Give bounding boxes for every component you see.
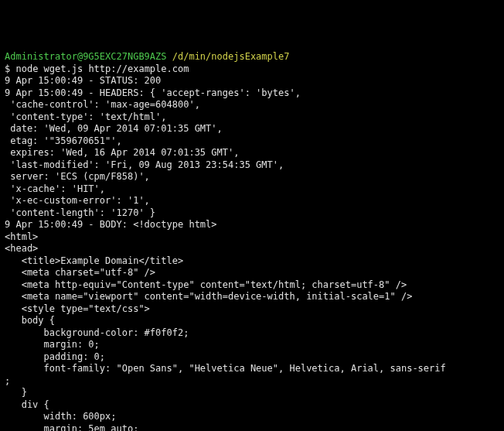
output-line: expires: 'Wed, 16 Apr 2014 07:01:35 GMT'…	[5, 147, 499, 159]
output-line: etag: '"359670651"',	[5, 135, 499, 148]
output-line: date: 'Wed, 09 Apr 2014 07:01:35 GMT',	[5, 123, 499, 135]
output-line: <meta http-equiv="Content-type" content=…	[5, 279, 499, 292]
output-line: 9 Apr 15:00:49 - STATUS: 200	[5, 75, 499, 87]
output-line: body {	[5, 315, 499, 327]
output-line: 'x-cache': 'HIT',	[5, 183, 499, 196]
output-line: <meta charset="utf-8" />	[5, 267, 499, 279]
terminal-window[interactable]: Administrator@9G5EXC27NGB9AZS /d/min/nod…	[5, 51, 499, 431]
output-line: 9 Apr 15:00:49 - HEADERS: { 'accept-rang…	[5, 87, 499, 100]
output-line: 'x-ec-custom-error': '1',	[5, 195, 499, 207]
output-line: <head>	[5, 243, 499, 255]
output-line: 'cache-control': 'max-age=604800',	[5, 99, 499, 111]
prompt-symbol: $	[5, 63, 10, 74]
output-line: padding: 0;	[5, 351, 499, 364]
output-line: <style type="text/css">	[5, 303, 499, 316]
command-text: node wget.js http://example.com	[15, 63, 189, 74]
prompt-user: Administrator@9G5EXC27NGB9AZS	[5, 51, 167, 62]
output-line: 'content-type': 'text/html',	[5, 111, 499, 124]
output-line: margin: 5em auto;	[5, 423, 499, 432]
command-line[interactable]: $ node wget.js http://example.com	[5, 63, 499, 76]
output-line: <html>	[5, 231, 499, 244]
terminal-output: 9 Apr 15:00:49 - STATUS: 2009 Apr 15:00:…	[5, 75, 499, 431]
output-line: }	[5, 387, 499, 399]
output-line: 9 Apr 15:00:49 - BODY: <!doctype html>	[5, 219, 499, 231]
output-line: margin: 0;	[5, 339, 499, 351]
output-line: ;	[5, 375, 499, 388]
prompt-line: Administrator@9G5EXC27NGB9AZS /d/min/nod…	[5, 51, 499, 63]
output-line: server: 'ECS (cpm/F858)',	[5, 171, 499, 183]
prompt-path: /d/min/nodejsExample7	[172, 51, 290, 62]
output-line: <meta name="viewport" content="width=dev…	[5, 291, 499, 303]
output-line: div {	[5, 399, 499, 412]
output-line: font-family: "Open Sans", "Helvetica Neu…	[5, 363, 499, 375]
output-line: background-color: #f0f0f2;	[5, 327, 499, 340]
output-line: <title>Example Domain</title>	[5, 255, 499, 268]
output-line: 'content-length': '1270' }	[5, 207, 499, 220]
output-line: width: 600px;	[5, 411, 499, 423]
output-line: 'last-modified': 'Fri, 09 Aug 2013 23:54…	[5, 159, 499, 172]
